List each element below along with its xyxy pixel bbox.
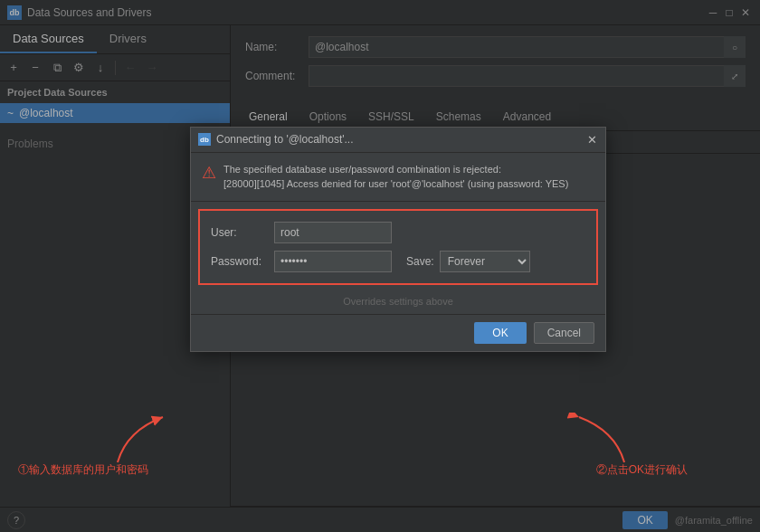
connecting-dialog: db Connecting to '@localhost'... ✕ ⚠ The… xyxy=(190,127,606,352)
dialog-title-bar: db Connecting to '@localhost'... ✕ xyxy=(191,128,605,153)
dialog-title: Connecting to '@localhost'... xyxy=(216,133,585,146)
dialog-icon: db xyxy=(198,133,211,146)
dialog-overlay: db Connecting to '@localhost'... ✕ ⚠ The… xyxy=(0,0,760,532)
error-icon: ⚠ xyxy=(202,163,216,183)
password-input[interactable] xyxy=(274,251,392,272)
dialog-cancel-button[interactable]: Cancel xyxy=(534,322,594,344)
password-row: Password: Save: Forever Until restart Ne… xyxy=(211,251,585,272)
error-line2: [28000][1045] Access denied for user 'ro… xyxy=(223,176,568,192)
dialog-close-button[interactable]: ✕ xyxy=(585,133,598,146)
error-text: The specified database user/password com… xyxy=(223,162,568,192)
user-label: User: xyxy=(211,226,274,239)
dialog-form: User: Password: Save: Forever Until rest… xyxy=(198,209,598,285)
error-line1: The specified database user/password com… xyxy=(223,162,568,177)
overrides-text: Overrides settings above xyxy=(191,292,605,314)
user-input[interactable] xyxy=(274,222,392,243)
dialog-error-bar: ⚠ The specified database user/password c… xyxy=(191,153,605,202)
user-row: User: xyxy=(211,222,585,243)
dialog-buttons: OK Cancel xyxy=(191,314,605,351)
save-select[interactable]: Forever Until restart Never xyxy=(440,251,530,272)
dialog-ok-button[interactable]: OK xyxy=(474,322,526,344)
save-label: Save: xyxy=(406,255,434,268)
password-label: Password: xyxy=(211,255,274,268)
